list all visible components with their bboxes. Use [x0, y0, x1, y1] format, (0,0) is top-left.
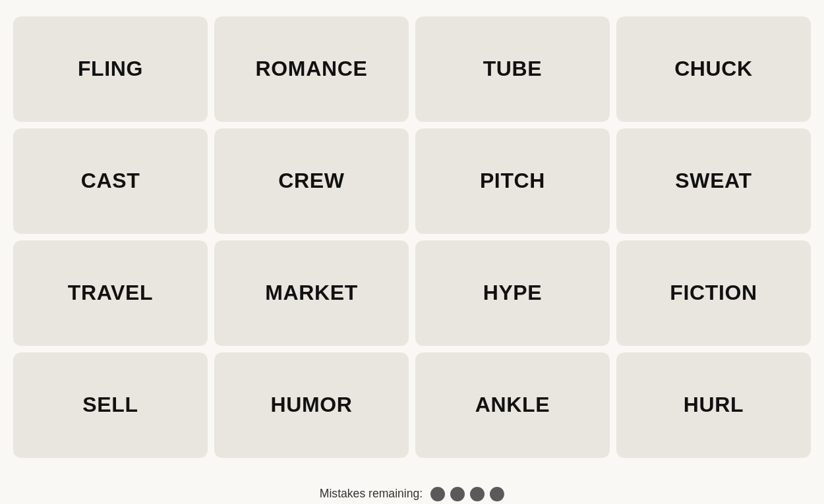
mistake-dot-1 — [430, 487, 445, 501]
word-card-ankle[interactable]: ANKLE — [415, 352, 610, 458]
word-label-humor: HUMOR — [270, 393, 352, 417]
word-label-ankle: ANKLE — [475, 393, 550, 417]
mistake-dot-4 — [490, 487, 504, 501]
word-card-fiction[interactable]: FICTION — [616, 240, 811, 346]
word-card-tube[interactable]: TUBE — [415, 16, 610, 122]
word-card-sweat[interactable]: SWEAT — [616, 128, 811, 234]
word-card-travel[interactable]: TRAVEL — [13, 240, 208, 346]
word-label-hurl: HURL — [684, 393, 744, 417]
word-label-sweat: SWEAT — [675, 169, 751, 193]
word-label-travel: TRAVEL — [68, 281, 153, 305]
word-card-sell[interactable]: SELL — [13, 352, 208, 458]
word-label-pitch: PITCH — [480, 169, 545, 193]
word-card-humor[interactable]: HUMOR — [214, 352, 409, 458]
word-card-romance[interactable]: ROMANCE — [214, 16, 409, 122]
word-grid: FLINGROMANCETUBECHUCKCASTCREWPITCHSWEATT… — [0, 3, 824, 471]
word-label-sell: SELL — [82, 393, 138, 417]
word-label-hype: HYPE — [483, 281, 543, 305]
word-label-crew: CREW — [278, 169, 344, 193]
word-card-chuck[interactable]: CHUCK — [616, 16, 811, 122]
mistakes-area: Mistakes remaining: — [320, 487, 504, 501]
word-label-cast: CAST — [81, 169, 140, 193]
word-card-cast[interactable]: CAST — [13, 128, 208, 234]
word-card-market[interactable]: MARKET — [214, 240, 409, 346]
word-label-market: MARKET — [265, 281, 358, 305]
word-card-hurl[interactable]: HURL — [616, 352, 811, 458]
word-card-pitch[interactable]: PITCH — [415, 128, 610, 234]
word-label-fling: FLING — [78, 57, 143, 81]
word-label-fiction: FICTION — [670, 281, 757, 305]
word-label-romance: ROMANCE — [256, 57, 368, 81]
mistakes-label: Mistakes remaining: — [320, 487, 423, 501]
word-label-chuck: CHUCK — [674, 57, 753, 81]
mistakes-dots — [430, 487, 504, 501]
word-label-tube: TUBE — [483, 57, 543, 81]
word-card-crew[interactable]: CREW — [214, 128, 409, 234]
mistake-dot-3 — [470, 487, 485, 501]
word-card-fling[interactable]: FLING — [13, 16, 208, 122]
word-card-hype[interactable]: HYPE — [415, 240, 610, 346]
mistake-dot-2 — [450, 487, 465, 501]
